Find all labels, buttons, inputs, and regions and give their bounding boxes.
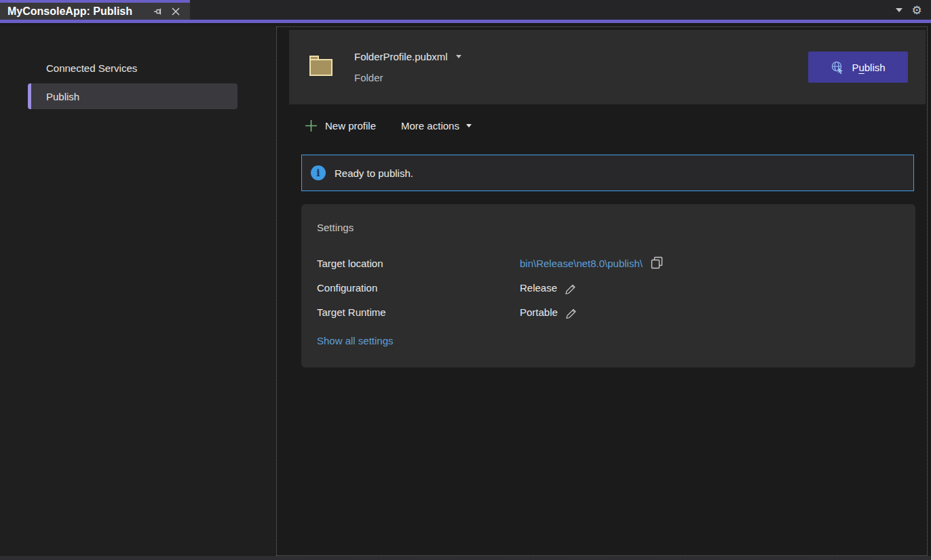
target-location-link[interactable]: bin\Release\net8.0\publish\ [520, 258, 643, 269]
plus-icon [305, 119, 318, 132]
setting-label: Target location [317, 258, 520, 269]
more-actions-button[interactable]: More actions [401, 120, 472, 132]
target-runtime-value: Portable [520, 306, 558, 318]
gear-icon[interactable]: ⚙ [908, 1, 926, 19]
document-tab-publish[interactable]: MyConsoleApp: Publish [0, 0, 190, 20]
publish-main-pane: FolderProfile.pubxml Folder Publish [277, 26, 928, 556]
settings-row-target-location: Target location bin\Release\net8.0\publi… [317, 251, 902, 275]
profile-name: FolderProfile.pubxml [354, 51, 448, 62]
setting-value: Portable [520, 306, 578, 319]
sidebar-item-connected-services[interactable]: Connected Services [28, 55, 238, 81]
document-tab-strip: MyConsoleApp: Publish ⚙ [0, 0, 931, 23]
setting-label: Configuration [317, 282, 520, 294]
sidebar-item-label: Publish [46, 91, 79, 102]
sidebar-item-publish[interactable]: Publish [28, 83, 238, 109]
setting-value: Release [520, 281, 577, 294]
settings-row-configuration: Configuration Release [317, 275, 902, 300]
copy-icon[interactable] [650, 256, 664, 270]
profile-header: FolderProfile.pubxml Folder Publish [289, 30, 926, 104]
sidebar-item-label: Connected Services [46, 62, 137, 74]
setting-label: Target Runtime [317, 306, 520, 318]
actions-row: New profile More actions [305, 119, 927, 132]
tab-title: MyConsoleApp: Publish [7, 5, 148, 18]
pin-icon[interactable] [151, 4, 166, 19]
profile-meta: FolderProfile.pubxml Folder [354, 51, 461, 83]
edit-pencil-icon[interactable] [565, 306, 578, 319]
status-banner: i Ready to publish. [301, 155, 914, 191]
configuration-value: Release [520, 282, 557, 294]
sidebar: Connected Services Publish [0, 26, 277, 556]
window-toolbar: ⚙ [890, 0, 931, 20]
new-profile-label: New profile [325, 120, 376, 132]
chevron-down-icon [456, 55, 461, 58]
chevron-down-icon [466, 124, 472, 127]
status-message: Ready to publish. [335, 167, 413, 179]
publish-button[interactable]: Publish [808, 52, 908, 83]
settings-card: Settings Target location bin\Release\net… [301, 204, 915, 367]
selected-accent-bar [28, 83, 31, 109]
settings-title: Settings [317, 222, 902, 233]
folder-icon [308, 54, 334, 80]
show-all-settings-link[interactable]: Show all settings [317, 335, 394, 346]
profile-type-label: Folder [354, 72, 461, 83]
setting-value: bin\Release\net8.0\publish\ [520, 256, 664, 270]
close-icon[interactable] [168, 4, 183, 19]
publish-button-label: Publish [852, 62, 885, 73]
new-profile-button[interactable]: New profile [305, 119, 376, 132]
publish-document-body: Connected Services Publish FolderProfile… [0, 26, 931, 556]
window-bottom-border [0, 556, 931, 560]
info-icon: i [311, 165, 326, 180]
settings-row-target-runtime: Target Runtime Portable [317, 300, 902, 324]
more-actions-label: More actions [401, 120, 459, 132]
settings-rows: Target location bin\Release\net8.0\publi… [317, 251, 902, 324]
profile-selector[interactable]: FolderProfile.pubxml [354, 51, 461, 62]
chevron-down-icon[interactable] [890, 1, 908, 19]
publish-globe-icon [831, 60, 845, 75]
edit-pencil-icon[interactable] [565, 281, 577, 294]
